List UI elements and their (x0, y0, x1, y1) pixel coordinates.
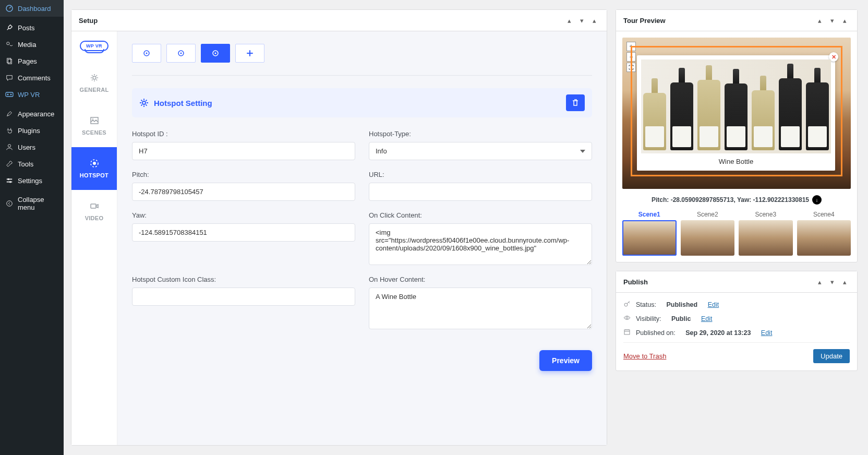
publish-panel: Publish ▴ ▾ ▴ Status: Published Edit Vis… (616, 271, 858, 371)
publish-title: Publish (623, 278, 648, 286)
update-button[interactable]: Update (813, 349, 850, 363)
panel-up-icon[interactable]: ▴ (814, 277, 825, 287)
svg-point-20 (146, 53, 148, 54)
hotspot-tab-1[interactable] (132, 44, 161, 63)
scene-thumb-1[interactable]: Scene1 (622, 211, 677, 256)
popup-caption: Wine Bottle (641, 153, 831, 165)
tab-video[interactable]: VIDEO (71, 190, 117, 233)
tour-preview-panel: Tour Preview ▴ ▾ ▴ + − (616, 9, 858, 262)
pin-icon (5, 23, 14, 32)
panel-toggle-icon[interactable]: ▴ (839, 277, 850, 287)
url-input[interactable] (369, 183, 592, 201)
menu-appearance[interactable]: Appearance (0, 105, 64, 122)
media-icon (5, 40, 14, 49)
onhover-label: On Hover Content: (369, 276, 592, 283)
popup-image (641, 59, 831, 153)
svg-point-27 (626, 317, 628, 319)
svg-point-12 (7, 201, 13, 207)
edit-date-link[interactable]: Edit (761, 329, 773, 337)
scene-thumb-2[interactable]: Scene2 (681, 211, 735, 256)
svg-rect-4 (6, 92, 13, 97)
panorama-viewport[interactable]: + − ✕ (622, 38, 851, 189)
hotspot-id-input[interactable] (132, 142, 355, 160)
panel-down-icon[interactable]: ▾ (827, 15, 837, 26)
menu-comments[interactable]: Comments (0, 69, 64, 86)
hotspot-type-select[interactable]: Info (369, 142, 592, 160)
comment-icon (5, 74, 14, 82)
setup-title: Setup (79, 17, 98, 25)
svg-point-7 (8, 145, 10, 147)
svg-point-16 (93, 162, 96, 165)
panel-down-icon[interactable]: ▾ (827, 277, 837, 287)
pitch-yaw-readout: Pitch: -28.059092897855713, Yaw: -112.90… (652, 196, 809, 203)
scene-thumb-3[interactable]: Scene3 (739, 211, 793, 256)
panel-up-icon[interactable]: ▴ (564, 15, 574, 26)
hotspot-popup: ✕ Wine Bottle (637, 55, 835, 171)
menu-collapse[interactable]: Collapse menu (0, 191, 64, 215)
plugin-icon (5, 126, 14, 135)
svg-point-11 (9, 181, 11, 183)
menu-pages[interactable]: Pages (0, 53, 64, 69)
tab-hotspot[interactable]: HOTSPOT (71, 147, 117, 190)
move-to-trash-link[interactable]: Move to Trash (623, 352, 666, 360)
menu-users[interactable]: Users (0, 139, 64, 155)
svg-point-5 (7, 94, 9, 95)
menu-plugins[interactable]: Plugins (0, 122, 64, 139)
svg-point-25 (142, 101, 146, 104)
gear-icon (139, 98, 149, 107)
panel-up-icon[interactable]: ▴ (814, 15, 825, 26)
svg-point-15 (92, 118, 93, 119)
yaw-label: Yaw: (132, 211, 355, 219)
svg-rect-18 (91, 204, 96, 208)
hotspot-id-label: Hotspot ID : (132, 130, 355, 138)
svg-point-1 (7, 42, 9, 45)
svg-point-13 (93, 76, 96, 79)
svg-point-22 (180, 53, 182, 54)
user-icon (5, 143, 14, 151)
iconclass-label: Hotspot Custom Icon Class: (132, 276, 355, 283)
trash-icon (571, 99, 580, 107)
panel-toggle-icon[interactable]: ▴ (589, 15, 599, 26)
hotspot-type-label: Hotspot-Type: (369, 130, 592, 138)
eye-icon (623, 314, 632, 323)
edit-status-link[interactable]: Edit (708, 301, 719, 308)
hotspot-tab-2[interactable] (166, 44, 196, 63)
yaw-input[interactable] (132, 223, 355, 242)
menu-settings[interactable]: Settings (0, 172, 64, 189)
onclick-label: On Click Content: (369, 211, 592, 219)
tab-general[interactable]: GENERAL (71, 62, 117, 104)
panel-toggle-icon[interactable]: ▴ (839, 15, 850, 26)
wp-admin-sidebar: Dashboard Posts Media Pages Comments WP … (0, 0, 64, 455)
menu-posts[interactable]: Posts (0, 19, 64, 36)
hotspot-add-button[interactable] (235, 44, 264, 63)
scene-thumb-4[interactable]: Scene4 (797, 211, 851, 256)
pitch-label: Pitch: (132, 171, 355, 178)
vr-icon (5, 90, 14, 99)
dashboard-icon (5, 4, 14, 13)
iconclass-input[interactable] (132, 288, 355, 306)
tab-scenes[interactable]: SCENES (71, 104, 117, 147)
onhover-textarea[interactable]: A Wine Bottle (369, 288, 592, 329)
edit-visibility-link[interactable]: Edit (701, 315, 713, 322)
preview-button[interactable]: Preview (539, 350, 592, 371)
wpvr-logo: WP VR (71, 31, 117, 62)
url-label: URL: (369, 171, 592, 178)
copy-coords-icon[interactable]: ↓ (812, 195, 822, 205)
page-icon (5, 57, 14, 65)
settings-icon (5, 176, 14, 185)
onclick-textarea[interactable]: <img src="https://wordpress5f0406f1e00ee… (369, 223, 592, 265)
menu-wpvr[interactable]: WP VR (0, 86, 64, 103)
menu-tools[interactable]: Tools (0, 155, 64, 172)
panel-down-icon[interactable]: ▾ (576, 15, 587, 26)
key-icon (623, 300, 632, 309)
menu-media[interactable]: Media (0, 36, 64, 53)
pitch-input[interactable] (132, 183, 355, 201)
menu-dashboard[interactable]: Dashboard (0, 0, 64, 17)
setup-panel: Setup ▴ ▾ ▴ WP VR GENERAL SCENES HOTSPOT… (71, 9, 607, 446)
tour-title: Tour Preview (623, 17, 666, 25)
hotspot-tab-3[interactable] (201, 44, 230, 63)
brush-icon (5, 110, 14, 118)
delete-hotspot-button[interactable] (566, 94, 585, 111)
svg-rect-28 (624, 330, 630, 334)
collapse-icon (5, 199, 14, 208)
